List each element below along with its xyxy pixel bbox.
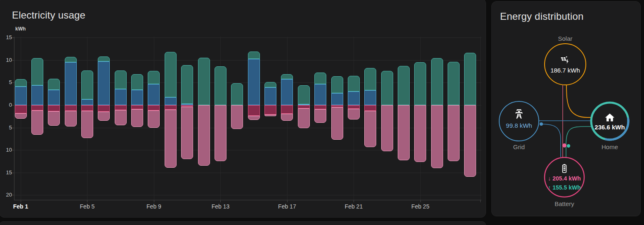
bar-segment-solar-consumption[interactable] xyxy=(348,76,360,91)
bar-segment-solar-consumption[interactable] xyxy=(231,83,243,105)
bar-segment-battery-charged[interactable] xyxy=(248,105,260,116)
bar-segment-solar-consumption[interactable] xyxy=(31,58,43,85)
bar-segment-battery-charged[interactable] xyxy=(115,105,127,110)
battery-discharged-value: ↑ 155.5 kWh xyxy=(548,184,580,191)
bar-segment-solar-consumption[interactable] xyxy=(331,76,343,93)
bar-segment-grid-consumption[interactable] xyxy=(364,90,376,105)
bar-segment-returned-to-grid[interactable] xyxy=(248,116,260,120)
bar-segment-battery-charged[interactable] xyxy=(165,105,177,110)
bar-segment-grid-consumption[interactable] xyxy=(48,90,60,105)
bar-segment-grid-consumption[interactable] xyxy=(115,89,127,105)
bar-segment-returned-to-grid[interactable] xyxy=(198,105,210,166)
bar-segment-solar-consumption[interactable] xyxy=(464,53,476,105)
bar-segment-battery-charged[interactable] xyxy=(81,105,93,111)
usage-chart[interactable]: kWh 1510505101520Feb 1Feb 5Feb 9Feb 13Fe… xyxy=(0,0,486,216)
bar-segment-returned-to-grid[interactable] xyxy=(115,110,127,125)
bar-segment-grid-consumption[interactable] xyxy=(348,91,360,105)
bar-segment-solar-consumption[interactable] xyxy=(298,85,310,104)
bar-segment-returned-to-grid[interactable] xyxy=(398,105,410,160)
y-axis-line xyxy=(14,37,14,200)
bar-segment-battery-charged[interactable] xyxy=(364,105,376,111)
bar-segment-solar-consumption[interactable] xyxy=(314,73,326,84)
bar-segment-battery-charged[interactable] xyxy=(65,105,77,111)
bar-segment-solar-consumption[interactable] xyxy=(65,57,77,62)
bar-segment-battery-charged[interactable] xyxy=(314,105,326,109)
bar-segment-grid-consumption[interactable] xyxy=(248,59,260,105)
bar-segment-returned-to-grid[interactable] xyxy=(314,109,326,123)
bar-segment-solar-consumption[interactable] xyxy=(448,62,460,105)
bar-segment-solar-consumption[interactable] xyxy=(414,62,426,105)
grid-node-ring[interactable] xyxy=(499,101,539,141)
bar-segment-grid-consumption[interactable] xyxy=(148,84,160,105)
bar-segment-returned-to-grid[interactable] xyxy=(331,107,343,140)
bar-segment-returned-to-grid[interactable] xyxy=(298,108,310,128)
bar-segment-grid-consumption[interactable] xyxy=(264,87,276,105)
bar-segment-returned-to-grid[interactable] xyxy=(181,107,193,159)
bar-segment-grid-consumption[interactable] xyxy=(314,84,326,105)
battery-charged-value: ↓ 205.4 kWh xyxy=(548,175,580,182)
bar-segment-solar-consumption[interactable] xyxy=(48,79,60,90)
bar-segment-grid-consumption[interactable] xyxy=(281,79,293,105)
bar-segment-solar-consumption[interactable] xyxy=(381,71,393,105)
bar-segment-battery-charged[interactable] xyxy=(298,105,310,108)
bar-segment-returned-to-grid[interactable] xyxy=(65,111,77,127)
bar-segment-grid-consumption[interactable] xyxy=(331,93,343,105)
bar-segment-solar-consumption[interactable] xyxy=(398,66,410,105)
bar-segment-grid-consumption[interactable] xyxy=(131,90,143,105)
bar-segment-solar-consumption[interactable] xyxy=(364,68,376,90)
bar-segment-returned-to-grid[interactable] xyxy=(381,105,393,151)
bar-segment-returned-to-grid[interactable] xyxy=(348,109,360,120)
bar-segment-grid-consumption[interactable] xyxy=(31,85,43,105)
bar-segment-solar-consumption[interactable] xyxy=(215,66,226,105)
bar-segment-returned-to-grid[interactable] xyxy=(464,105,476,177)
bar-segment-battery-charged[interactable] xyxy=(348,105,360,109)
bar-segment-solar-consumption[interactable] xyxy=(248,52,260,59)
bar-segment-battery-charged[interactable] xyxy=(48,105,60,111)
bar-segment-battery-charged[interactable] xyxy=(15,105,27,113)
bar-segment-returned-to-grid[interactable] xyxy=(15,113,27,119)
bar-segment-returned-to-grid[interactable] xyxy=(264,115,276,116)
bar-segment-solar-consumption[interactable] xyxy=(165,52,177,97)
bar-segment-returned-to-grid[interactable] xyxy=(364,111,376,147)
bar-segment-solar-consumption[interactable] xyxy=(131,74,143,90)
bar-segment-returned-to-grid[interactable] xyxy=(98,112,110,121)
bar-segment-solar-consumption[interactable] xyxy=(98,56,110,61)
bar-segment-returned-to-grid[interactable] xyxy=(81,111,93,138)
bar-segment-battery-charged[interactable] xyxy=(131,105,143,109)
bar-segment-solar-consumption[interactable] xyxy=(115,70,127,89)
bar-segment-returned-to-grid[interactable] xyxy=(48,111,60,126)
y-tick-label: 15 xyxy=(0,169,12,176)
bar-segment-solar-consumption[interactable] xyxy=(81,70,93,99)
bar-segment-returned-to-grid[interactable] xyxy=(215,105,226,161)
bar-segment-grid-consumption[interactable] xyxy=(165,97,177,105)
bar-segment-returned-to-grid[interactable] xyxy=(281,114,293,121)
bar-segment-solar-consumption[interactable] xyxy=(264,82,276,87)
bar-segment-solar-consumption[interactable] xyxy=(281,74,293,79)
bar-segment-solar-consumption[interactable] xyxy=(15,79,27,87)
bar-segment-solar-consumption[interactable] xyxy=(148,71,160,84)
bar-segment-battery-charged[interactable] xyxy=(98,105,110,112)
bar-segment-battery-charged[interactable] xyxy=(148,105,160,110)
bar-segment-returned-to-grid[interactable] xyxy=(231,105,243,129)
x-tick-label: Feb 17 xyxy=(278,203,296,210)
flow-line-grid-to-battery xyxy=(541,124,561,157)
bar-segment-returned-to-grid[interactable] xyxy=(31,110,43,135)
bar-segment-grid-consumption[interactable] xyxy=(15,87,27,105)
bar-segment-returned-to-grid[interactable] xyxy=(448,105,460,161)
bar-segment-solar-consumption[interactable] xyxy=(198,58,210,105)
bar-segment-grid-consumption[interactable] xyxy=(98,61,110,105)
bar-segment-returned-to-grid[interactable] xyxy=(131,109,143,127)
bar-segment-returned-to-grid[interactable] xyxy=(414,105,426,162)
y-tick-label: 20 xyxy=(0,192,12,198)
y-tick-label: 15 xyxy=(0,34,12,40)
bar-segment-solar-consumption[interactable] xyxy=(181,65,193,104)
bar-segment-solar-consumption[interactable] xyxy=(431,58,443,105)
bar-segment-returned-to-grid[interactable] xyxy=(165,110,177,168)
bar-segment-battery-charged[interactable] xyxy=(31,105,43,110)
bar-segment-returned-to-grid[interactable] xyxy=(148,110,160,127)
bar-segment-grid-consumption[interactable] xyxy=(81,99,93,105)
bar-segment-returned-to-grid[interactable] xyxy=(431,105,443,168)
bar-segment-grid-consumption[interactable] xyxy=(65,62,77,105)
bar-segment-battery-charged[interactable] xyxy=(264,105,276,115)
bar-segment-battery-charged[interactable] xyxy=(281,105,293,114)
